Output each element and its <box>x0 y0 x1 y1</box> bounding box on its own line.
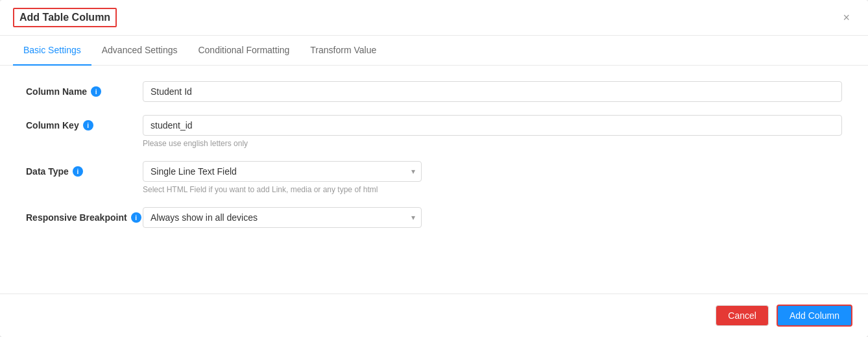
tab-basic-settings[interactable]: Basic Settings <box>13 36 91 66</box>
responsive-field-wrap: Always show in all devices Show on Deskt… <box>143 207 842 228</box>
modal-header: Add Table Column × <box>0 0 868 36</box>
column-key-field-wrap: Please use english letters only <box>143 115 842 148</box>
column-key-label: Column Key i <box>26 115 143 131</box>
tab-transform-value[interactable]: Transform Value <box>300 36 387 66</box>
cancel-button[interactable]: Cancel <box>716 305 769 326</box>
data-type-hint: Select HTML Field if you want to add Lin… <box>143 185 842 194</box>
modal-title: Add Table Column <box>13 8 117 27</box>
data-type-row: Data Type i Single Line Text Field Multi… <box>26 161 842 194</box>
modal-body: Column Name i Column Key i Please use en… <box>0 66 868 293</box>
column-name-input[interactable] <box>143 81 842 102</box>
column-key-row: Column Key i Please use english letters … <box>26 115 842 148</box>
responsive-select-wrap: Always show in all devices Show on Deskt… <box>143 207 422 228</box>
column-name-field-wrap <box>143 81 842 102</box>
responsive-info-icon[interactable]: i <box>131 212 141 223</box>
responsive-row: Responsive Breakpoint i Always show in a… <box>26 207 842 228</box>
add-column-button[interactable]: Add Column <box>777 305 852 327</box>
column-key-hint: Please use english letters only <box>143 139 842 148</box>
responsive-label: Responsive Breakpoint i <box>26 207 143 223</box>
data-type-field-wrap: Single Line Text Field Multi Line Text F… <box>143 161 842 194</box>
column-key-info-icon[interactable]: i <box>83 120 93 131</box>
data-type-info-icon[interactable]: i <box>73 166 83 177</box>
column-name-label: Column Name i <box>26 81 143 97</box>
column-name-row: Column Name i <box>26 81 842 102</box>
column-key-input[interactable] <box>143 115 842 136</box>
data-type-select[interactable]: Single Line Text Field Multi Line Text F… <box>143 161 422 182</box>
tab-bar: Basic Settings Advanced Settings Conditi… <box>0 36 868 66</box>
tab-conditional-formatting[interactable]: Conditional Formatting <box>187 36 300 66</box>
tab-advanced-settings[interactable]: Advanced Settings <box>91 36 188 66</box>
close-button[interactable]: × <box>838 8 855 27</box>
responsive-select[interactable]: Always show in all devices Show on Deskt… <box>143 207 422 228</box>
add-table-column-modal: Add Table Column × Basic Settings Advanc… <box>0 0 868 337</box>
data-type-select-wrap: Single Line Text Field Multi Line Text F… <box>143 161 422 182</box>
data-type-label: Data Type i <box>26 161 143 177</box>
column-name-info-icon[interactable]: i <box>91 86 101 97</box>
modal-footer: Cancel Add Column <box>0 293 868 337</box>
